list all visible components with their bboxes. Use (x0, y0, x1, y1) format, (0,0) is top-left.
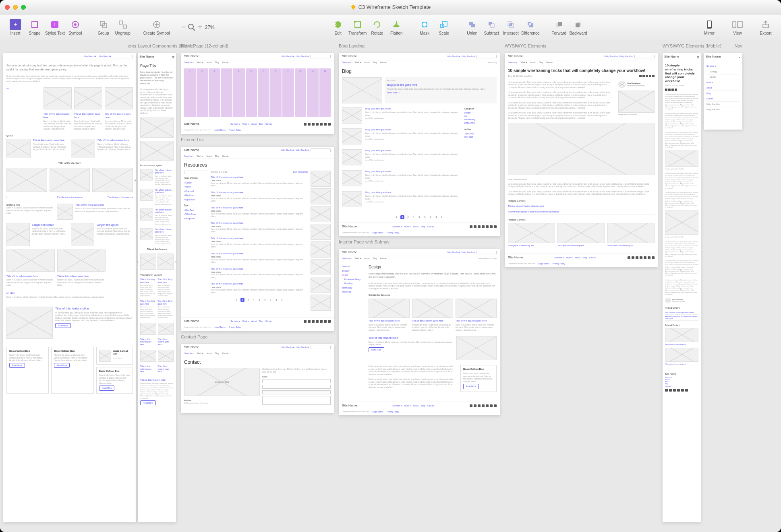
message-input[interactable] (262, 396, 331, 405)
intersect-button[interactable]: Intersect (502, 19, 520, 35)
image-placeholder (311, 277, 331, 293)
minimize-button[interactable] (13, 5, 18, 10)
image-placeholder (6, 223, 30, 246)
image-placeholder (342, 107, 362, 124)
reason-select[interactable] (262, 390, 331, 394)
group-button[interactable]: Group (95, 19, 112, 35)
image-placeholder (342, 170, 362, 186)
read-more-button[interactable]: Read More (463, 384, 479, 389)
create-symbol-button[interactable]: Create Symbol (142, 19, 171, 35)
filter-search-input[interactable] (184, 171, 208, 174)
artboard-label: Contact Page (181, 334, 334, 339)
svg-marker-17 (373, 24, 375, 25)
svg-rect-6 (100, 21, 104, 25)
search-input[interactable] (311, 148, 331, 152)
zoom-in-button[interactable]: + (198, 23, 202, 31)
artboard-filtered-list[interactable]: Site Name Utility Nav LinkUtility Nav Li… (181, 147, 334, 331)
styled-text-button[interactable]: T Styled Text (45, 19, 65, 35)
search-input[interactable] (311, 346, 331, 349)
pagination: ←123456789→ (342, 215, 497, 219)
transform-button[interactable]: Transform (348, 19, 367, 35)
email-input[interactable] (262, 385, 331, 389)
canvas[interactable]: ents Utility Nav Link Utility Nav Link S… (0, 40, 781, 532)
shape-button[interactable]: Shape (26, 19, 44, 35)
svg-rect-9 (123, 25, 126, 28)
filter-sidebar: Areas of Focus • Supply • Water • Chemic… (184, 171, 208, 311)
view-button[interactable]: View (729, 19, 746, 35)
artboard-interior[interactable]: Site Name Utility Nav LinkUtility Nav Li… (339, 249, 500, 415)
image-placeholder (607, 223, 655, 243)
artboard-label: ents (3, 43, 136, 48)
menu-icon[interactable]: ☰ (172, 56, 174, 59)
zoom-out-button[interactable]: − (182, 23, 186, 31)
read-more-button[interactable]: Read More (99, 386, 115, 391)
svg-rect-23 (491, 24, 494, 27)
artboard-nav-mobile[interactable]: Site Name ✕ Services ▾ Strategy Design W… (704, 53, 742, 130)
maximize-button[interactable] (21, 5, 26, 10)
svg-rect-32 (708, 21, 711, 27)
export-button[interactable]: Export (757, 19, 775, 35)
image-placeholder (57, 204, 73, 220)
image-placeholder (71, 139, 95, 158)
carousel-next-icon[interactable]: › (134, 176, 136, 183)
read-more-button[interactable]: Read More (369, 347, 384, 353)
read-more-button[interactable]: Read More (9, 363, 25, 368)
artboard-contact[interactable]: Site Name Utility Nav LinkUtility Nav Li… (181, 344, 334, 413)
image-placeholder (92, 168, 133, 192)
carousel-next-icon[interactable]: › (175, 258, 177, 265)
search-input[interactable] (113, 55, 133, 58)
svg-text:T: T (54, 23, 56, 27)
image-placeholder (140, 228, 153, 240)
scale-button[interactable]: Scale (435, 19, 453, 35)
image-placeholder (342, 149, 362, 165)
union-button[interactable]: Union (463, 19, 481, 35)
image-placeholder (618, 91, 655, 113)
artboard-wysiwyg[interactable]: Site Name Utility Nav LinkUtility Nav Li… (505, 53, 658, 267)
artboard-blog-landing[interactable]: Site Name Utility Nav LinkUtility Nav Li… (339, 53, 500, 236)
image-placeholder (74, 87, 102, 109)
image-placeholder (140, 208, 153, 221)
ungroup-button[interactable]: Ungroup (114, 19, 132, 35)
subtract-button[interactable]: Subtract (483, 19, 500, 35)
svg-rect-1 (32, 22, 37, 27)
backward-button[interactable]: Backward (570, 19, 587, 35)
insert-button[interactable]: + Insert (6, 19, 24, 35)
mask-button[interactable]: Mask (416, 19, 433, 35)
symbol-button[interactable]: Symbol (66, 19, 84, 35)
difference-button[interactable]: Difference (521, 19, 539, 35)
menu-icon[interactable]: ☰ (697, 56, 699, 59)
read-more-button[interactable]: Read More (54, 363, 70, 368)
artboard-elements[interactable]: Utility Nav Link Utility Nav Link Some l… (3, 53, 136, 522)
svg-rect-30 (576, 23, 580, 27)
read-more-button[interactable]: Read More (140, 400, 156, 406)
mirror-button[interactable]: Mirror (700, 19, 718, 35)
image-placeholder (456, 299, 497, 318)
artboard-blank-page[interactable]: Site Name Utility Nav LinkUtility Nav Li… (181, 53, 334, 134)
close-icon[interactable]: ✕ (738, 56, 741, 59)
artboard-label: Blog Landing (339, 43, 500, 48)
svg-rect-15 (354, 21, 356, 23)
name-input[interactable] (262, 379, 331, 383)
artboard-layout-mobile[interactable]: Site Name ☰ Page Title Some large introd… (138, 53, 176, 522)
avatar (618, 81, 626, 88)
search-input[interactable] (476, 55, 497, 58)
svg-point-13 (335, 21, 341, 28)
search-input[interactable] (634, 55, 655, 58)
social-icons (470, 404, 497, 407)
image-placeholder (158, 350, 174, 362)
image-placeholder (71, 223, 94, 246)
search-input[interactable] (476, 251, 497, 254)
read-more-button[interactable]: Read More (55, 323, 71, 328)
carousel-prev-icon[interactable]: ‹ (137, 258, 139, 265)
close-button[interactable] (5, 5, 10, 10)
flatten-button[interactable]: Flatten (387, 19, 405, 35)
rotate-button[interactable]: Rotate (368, 19, 386, 35)
image-placeholder (57, 250, 106, 272)
image-placeholder (44, 87, 72, 109)
artboard-label: Interior Page with Subnav (339, 239, 500, 244)
artboard-wysiwyg-mobile[interactable]: Site Name ☰ 10 simple wireframing tricks… (663, 53, 701, 522)
edit-button[interactable]: Edit (329, 19, 347, 35)
grid-overlay: 123456789101112 (184, 68, 331, 117)
forward-button[interactable]: Forward (550, 19, 568, 35)
search-input[interactable] (311, 55, 331, 58)
